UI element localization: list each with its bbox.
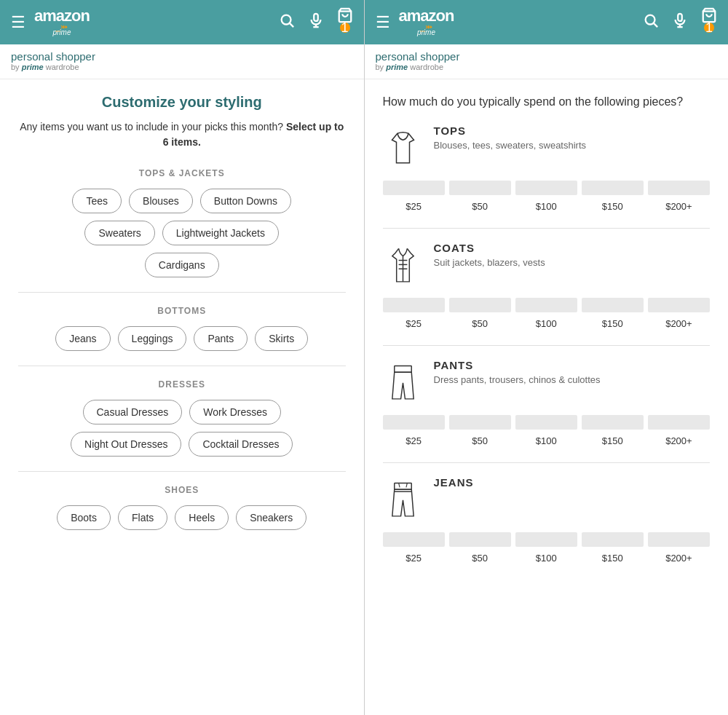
- pants-label-100: $100: [515, 435, 577, 446]
- left-personal-shopper-label: personal shopper: [11, 50, 353, 63]
- coats-price-100[interactable]: [515, 298, 577, 312]
- tops-category-name: TOPS: [434, 125, 587, 137]
- coats-label-150: $150: [582, 318, 644, 329]
- right-cart-badge: 1: [704, 23, 714, 33]
- right-title: How much do you typically spend on the f…: [383, 94, 711, 110]
- pants-price-200[interactable]: [648, 415, 710, 430]
- svg-rect-8: [678, 14, 682, 21]
- tag-boots[interactable]: Boots: [57, 505, 111, 530]
- tag-casual-dresses[interactable]: Casual Dresses: [83, 400, 183, 424]
- left-cart-icon[interactable]: 1: [337, 7, 353, 37]
- coats-info: COATS Suit jackets, blazers, vests: [434, 242, 545, 268]
- pants-price-header: PANTS Dress pants, trousers, chinos & cu…: [383, 359, 711, 406]
- tag-cardigans[interactable]: Cardigans: [145, 253, 219, 277]
- tops-jackets-tags: Tees Blouses Button Downs: [18, 189, 346, 213]
- tag-blouses[interactable]: Blouses: [129, 189, 193, 213]
- tops-jackets-tags-2: Sweaters Lightweight Jackets: [18, 221, 346, 245]
- coats-price-150[interactable]: [582, 298, 644, 312]
- jeans-label-150: $150: [582, 553, 644, 564]
- tag-button-downs[interactable]: Button Downs: [200, 189, 291, 213]
- coats-price-200[interactable]: [648, 298, 710, 312]
- customize-description: Any items you want us to include in your…: [18, 119, 346, 150]
- coats-price-options: [383, 298, 711, 312]
- tops-price-labels: $25 $50 $100 $150 $200+: [383, 201, 711, 212]
- tag-lightweight-jackets[interactable]: Lightweight Jackets: [162, 221, 279, 245]
- jeans-price-50[interactable]: [449, 532, 511, 547]
- svg-rect-16: [394, 366, 411, 373]
- tag-skirts[interactable]: Skirts: [255, 326, 308, 351]
- jeans-price-100[interactable]: [515, 532, 577, 547]
- tag-night-out-dresses[interactable]: Night Out Dresses: [71, 432, 181, 457]
- tag-pants[interactable]: Pants: [194, 326, 248, 351]
- coats-price-labels: $25 $50 $100 $150 $200+: [383, 318, 711, 329]
- divider-2: [18, 366, 346, 366]
- jeans-label-200: $200+: [648, 553, 710, 564]
- coats-price-25[interactable]: [383, 298, 445, 312]
- tops-price-options: [383, 181, 711, 195]
- jeans-label-50: $50: [449, 553, 511, 564]
- divider-1: [18, 292, 346, 293]
- pants-price-150[interactable]: [582, 415, 644, 430]
- pants-price-25[interactable]: [383, 415, 445, 430]
- jeans-label-25: $25: [383, 553, 445, 564]
- jeans-price-25[interactable]: [383, 532, 445, 547]
- tag-jeans[interactable]: Jeans: [55, 326, 110, 351]
- customize-title: Customize your styling: [18, 94, 346, 111]
- right-by-prime-label: by prime wardrobe: [376, 63, 718, 71]
- tops-price-50[interactable]: [449, 181, 511, 195]
- tag-heels[interactable]: Heels: [175, 505, 229, 530]
- tag-work-dresses[interactable]: Work Dresses: [189, 400, 281, 424]
- left-menu-icon[interactable]: ☰: [11, 13, 25, 32]
- pants-icon: [383, 359, 423, 406]
- svg-point-6: [646, 15, 655, 25]
- left-search-icon[interactable]: [279, 12, 295, 32]
- tops-jackets-section: TOPS & JACKETS Tees Blouses Button Downs…: [18, 168, 346, 277]
- tops-price-100[interactable]: [515, 181, 577, 195]
- tops-label-100: $100: [515, 201, 577, 212]
- tops-price-header: TOPS Blouses, tees, sweaters, sweatshirt…: [383, 125, 711, 172]
- tag-leggings[interactable]: Leggings: [118, 326, 187, 351]
- tops-price-section: TOPS Blouses, tees, sweaters, sweatshirt…: [383, 125, 711, 212]
- tops-label-150: $150: [582, 201, 644, 212]
- jeans-info: JEANS: [434, 476, 474, 491]
- jeans-price-section: JEANS $25 $50 $100 $150 $200+: [383, 476, 711, 564]
- dresses-tags: Casual Dresses Work Dresses: [18, 400, 346, 424]
- tops-price-25[interactable]: [383, 181, 445, 195]
- coats-price-section: COATS Suit jackets, blazers, vests $25 $…: [383, 242, 711, 329]
- shoes-tags: Boots Flats Heels Sneakers: [18, 505, 346, 530]
- pants-price-50[interactable]: [449, 415, 511, 430]
- jeans-label-100: $100: [515, 553, 577, 564]
- coats-icon: [383, 242, 423, 289]
- left-content: Customize your styling Any items you wan…: [0, 79, 364, 559]
- right-divider-2: [383, 345, 711, 346]
- tag-cocktail-dresses[interactable]: Cocktail Dresses: [189, 432, 293, 457]
- tops-price-200[interactable]: [648, 181, 710, 195]
- pants-info: PANTS Dress pants, trousers, chinos & cu…: [434, 359, 601, 385]
- tops-label-200: $200+: [648, 201, 710, 212]
- left-mic-icon[interactable]: [308, 12, 324, 32]
- tag-sweaters[interactable]: Sweaters: [84, 221, 154, 245]
- coats-category-desc: Suit jackets, blazers, vests: [434, 257, 545, 268]
- right-cart-icon[interactable]: 1: [701, 7, 717, 37]
- right-header-icons: 1: [643, 7, 717, 37]
- tag-sneakers[interactable]: Sneakers: [236, 505, 306, 530]
- right-mic-icon[interactable]: [672, 12, 688, 32]
- left-header-icons: 1: [279, 7, 353, 37]
- tag-flats[interactable]: Flats: [118, 505, 167, 530]
- coats-label-50: $50: [449, 318, 511, 329]
- coats-price-50[interactable]: [449, 298, 511, 312]
- tag-tees[interactable]: Tees: [72, 189, 122, 213]
- right-menu-icon[interactable]: ☰: [376, 13, 390, 32]
- pants-label-200: $200+: [648, 435, 710, 446]
- jeans-price-150[interactable]: [582, 532, 644, 547]
- tops-price-150[interactable]: [582, 181, 644, 195]
- coats-price-header: COATS Suit jackets, blazers, vests: [383, 242, 711, 289]
- jeans-price-200[interactable]: [648, 532, 710, 547]
- pants-price-options: [383, 415, 711, 430]
- right-search-icon[interactable]: [643, 12, 659, 32]
- pants-category-desc: Dress pants, trousers, chinos & culottes: [434, 374, 601, 385]
- pants-price-100[interactable]: [515, 415, 577, 430]
- bottoms-section: BOTTOMS Jeans Leggings Pants Skirts: [18, 306, 346, 351]
- svg-line-1: [290, 23, 293, 27]
- svg-rect-2: [314, 14, 318, 21]
